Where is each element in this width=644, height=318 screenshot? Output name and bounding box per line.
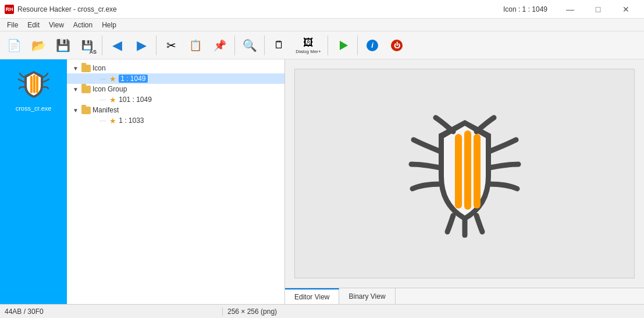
svg-rect-4 — [464, 130, 471, 210]
menu-help[interactable]: Help — [97, 20, 121, 30]
toolbar-sep-5 — [328, 36, 328, 55]
svg-rect-2 — [36, 76, 38, 93]
bottom-tabs: Editor View Binary View — [285, 288, 644, 304]
toolbar-sep-2 — [156, 36, 156, 55]
tab-editor-view[interactable]: Editor View — [285, 288, 339, 304]
tree-label-icon-group-101: 101 : 1049 — [119, 96, 152, 104]
tree-dots-3: ···· — [99, 118, 106, 124]
menu-file[interactable]: File — [2, 20, 23, 30]
new-button[interactable]: 📄 — [2, 34, 26, 57]
toolbar-sep-4 — [264, 36, 265, 55]
star-icon-101: ★ — [109, 96, 117, 104]
expand-icon-icon-group[interactable]: ▼ — [72, 85, 80, 93]
tree-dots-2: ···· — [99, 97, 106, 103]
menu-edit[interactable]: Edit — [23, 20, 44, 30]
top-right-label: Icon : 1 : 1049 — [503, 5, 547, 13]
svg-rect-3 — [455, 134, 462, 209]
tree-item-icon-root[interactable]: ▼ Icon — [67, 63, 284, 73]
svg-rect-5 — [474, 134, 481, 209]
status-left: 44AB / 30F0 — [5, 308, 223, 316]
minimize-button[interactable]: — — [557, 0, 583, 19]
svg-rect-1 — [33, 75, 35, 93]
tree-item-icon-group-101[interactable]: ···· ★ 101 : 1049 — [67, 94, 284, 105]
tree-label-manifest-1033: 1 : 1033 — [119, 116, 144, 125]
play-button[interactable] — [331, 34, 354, 57]
tree-item-icon-group-root[interactable]: ▼ Icon Group — [67, 84, 284, 94]
right-panel: Editor View Binary View — [285, 59, 644, 304]
resource-new-button[interactable]: 🗒 — [268, 34, 291, 57]
svg-rect-0 — [30, 76, 33, 93]
tree-dots-1: ···· — [99, 76, 106, 82]
star-icon-1033: ★ — [109, 116, 117, 125]
toolbar-sep-3 — [234, 36, 235, 55]
menu-bar: File Edit View Action Help — [0, 19, 644, 31]
left-sidebar: cross_cr.exe — [0, 59, 67, 304]
save-button[interactable]: 💾 — [51, 34, 74, 57]
resource-tree: ▼ Icon ···· ★ 1 : 1049 ▼ Icon Group ····… — [67, 59, 284, 129]
cut-button[interactable]: ✂ — [159, 34, 183, 57]
back-button[interactable]: ◀ — [105, 34, 129, 57]
sidebar-bug-icon — [17, 68, 50, 100]
tree-label-icon-group: Icon Group — [92, 85, 127, 93]
save-as-button[interactable]: 💾 AS — [76, 34, 99, 57]
info-button[interactable]: i — [361, 34, 384, 57]
menu-view[interactable]: View — [44, 20, 69, 30]
tree-item-icon-1049[interactable]: ···· ★ 1 : 1049 — [67, 73, 284, 84]
folder-icon-manifest — [81, 107, 91, 114]
dialog-merge-button[interactable]: 🖼 Dialog Mer+ — [292, 34, 325, 57]
toolbar: 📄 📂 💾 💾 AS ◀ ◀ ✂ 📋 📌 🔍 🗒 🖼 D — [0, 31, 644, 59]
preview-box — [294, 69, 635, 278]
bug-preview-icon — [401, 109, 529, 238]
tree-item-manifest-root[interactable]: ▼ Manifest — [67, 105, 284, 115]
tree-panel[interactable]: ▼ Icon ···· ★ 1 : 1049 ▼ Icon Group ····… — [67, 59, 285, 304]
app-logo: RH — [5, 5, 14, 14]
tree-item-manifest-1033[interactable]: ···· ★ 1 : 1033 — [67, 115, 284, 126]
status-bar: 44AB / 30F0 256 × 256 (png) — [0, 304, 644, 318]
power-button[interactable]: ⏻ — [385, 34, 408, 57]
tree-label-icon-1049: 1 : 1049 — [119, 75, 147, 83]
title-bar: RH Resource Hacker - cross_cr.exe Icon :… — [0, 0, 644, 19]
maximize-button[interactable]: □ — [585, 0, 611, 19]
tree-label-icon: Icon — [92, 64, 106, 72]
paste-button[interactable]: 📌 — [208, 34, 232, 57]
folder-icon-icon — [81, 65, 91, 72]
copy-button[interactable]: 📋 — [184, 34, 207, 57]
sidebar-filename-label: cross_cr.exe — [16, 105, 52, 112]
preview-area — [285, 59, 644, 288]
title-bar-left: RH Resource Hacker - cross_cr.exe — [5, 5, 117, 14]
status-right: 256 × 256 (png) — [223, 308, 277, 316]
forward-button[interactable]: ◀ — [130, 34, 153, 57]
expand-icon-manifest[interactable]: ▼ — [72, 106, 80, 114]
tree-label-manifest: Manifest — [92, 106, 119, 114]
main-area: cross_cr.exe ▼ Icon ···· ★ 1 : 1049 ▼ Ic… — [0, 59, 644, 304]
star-icon-1049: ★ — [109, 75, 117, 83]
expand-icon-icon[interactable]: ▼ — [72, 64, 80, 72]
open-button[interactable]: 📂 — [27, 34, 50, 57]
tab-binary-view[interactable]: Binary View — [339, 288, 395, 304]
toolbar-sep-6 — [357, 36, 358, 55]
sidebar-app-icon — [16, 66, 51, 101]
window-controls: — □ ✕ — [557, 0, 639, 19]
window-title: Resource Hacker - cross_cr.exe — [17, 5, 117, 13]
close-button[interactable]: ✕ — [613, 0, 639, 19]
search-button[interactable]: 🔍 — [238, 34, 261, 57]
menu-action[interactable]: Action — [69, 20, 97, 30]
folder-icon-icon-group — [81, 86, 91, 93]
toolbar-sep-1 — [102, 36, 102, 55]
